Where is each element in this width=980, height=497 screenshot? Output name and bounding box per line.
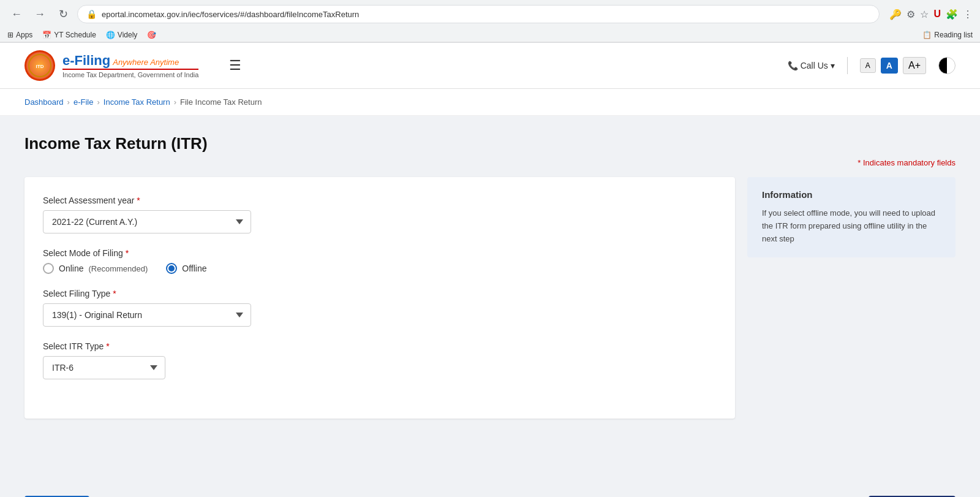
mode-required: * bbox=[126, 248, 129, 258]
logo-area: ITD e-Filing Anywhere Anytime Income Tax… bbox=[24, 50, 198, 81]
call-us-label: Call Us bbox=[801, 61, 828, 70]
reading-list-button[interactable]: 📋 Reading list bbox=[922, 31, 973, 39]
bookmark-videly[interactable]: 🌐 Videly bbox=[106, 31, 137, 39]
refresh-button[interactable]: ↻ bbox=[54, 5, 72, 23]
breadcrumb-current: File Income Tax Return bbox=[180, 97, 262, 107]
star-icon[interactable]: ☆ bbox=[920, 9, 929, 20]
back-button[interactable]: ← bbox=[7, 5, 26, 23]
mode-radio-group: Online (Recommended) Offline bbox=[43, 263, 717, 274]
assessment-year-select[interactable]: 2021-22 (Current A.Y.) 2020-21 2019-20 bbox=[43, 210, 251, 233]
itr-type-group: Select ITR Type * ITR-1 ITR-2 ITR-3 ITR-… bbox=[43, 341, 717, 379]
info-title: Information bbox=[762, 189, 941, 200]
apps-grid-icon: ⊞ bbox=[7, 31, 13, 39]
text-size-decrease-button[interactable]: A bbox=[860, 58, 876, 73]
content-grid: Select Assessment year * 2021-22 (Curren… bbox=[24, 177, 956, 419]
apps-label: Apps bbox=[16, 31, 32, 39]
mode-offline-radio[interactable]: Offline bbox=[166, 263, 206, 274]
online-note: (Recommended) bbox=[88, 264, 148, 273]
divider bbox=[847, 57, 848, 74]
address-bar[interactable]: 🔒 eportal.incometax.gov.in/iec/foservice… bbox=[77, 5, 880, 23]
breadcrumb-sep-3: › bbox=[174, 97, 176, 107]
bookmark-yt-schedule[interactable]: 📅 YT Schedule bbox=[42, 31, 96, 39]
logo-efiling: e-Filing bbox=[62, 53, 110, 69]
info-text: If you select offline mode, you will nee… bbox=[762, 207, 941, 245]
assessment-year-required: * bbox=[137, 195, 140, 205]
mode-of-filing-group: Select Mode of Filing * Online (Recommen… bbox=[43, 248, 717, 274]
itr-type-required: * bbox=[106, 341, 109, 351]
breadcrumb-sep-1: › bbox=[67, 97, 70, 107]
filing-type-required: * bbox=[113, 289, 116, 298]
mandatory-asterisk: * bbox=[858, 158, 861, 167]
puzzle-icon[interactable]: 🧩 bbox=[946, 9, 958, 20]
contrast-toggle-button[interactable] bbox=[938, 57, 956, 74]
header-right: Call Us ▾ A A A+ bbox=[788, 57, 956, 74]
key-icon: 🔑 bbox=[889, 9, 902, 20]
page-title: Income Tax Return (ITR) bbox=[24, 134, 956, 153]
videly-label: Videly bbox=[118, 31, 137, 39]
breadcrumb-efile[interactable]: e-File bbox=[74, 97, 94, 107]
mode-of-filing-label: Select Mode of Filing * bbox=[43, 248, 717, 258]
bookmark-apps[interactable]: ⊞ Apps bbox=[7, 31, 32, 39]
text-size-increase-button[interactable]: A+ bbox=[903, 57, 926, 74]
logo-text: e-Filing Anywhere Anytime Income Tax Dep… bbox=[62, 53, 198, 78]
hamburger-menu[interactable]: ☰ bbox=[229, 58, 241, 74]
info-panel: Information If you select offline mode, … bbox=[747, 177, 956, 257]
reading-list-label: Reading list bbox=[934, 31, 973, 39]
reading-list-icon: 📋 bbox=[922, 31, 932, 39]
forward-button[interactable]: → bbox=[31, 5, 49, 23]
mode-online-radio[interactable]: Online (Recommended) bbox=[43, 263, 148, 274]
chevron-down-icon: ▾ bbox=[831, 61, 835, 70]
online-radio-circle bbox=[43, 263, 54, 274]
bookmarks-bar: ⊞ Apps 📅 YT Schedule 🌐 Videly 🎯 📋 Readin… bbox=[0, 28, 980, 42]
breadcrumb-sep-2: › bbox=[97, 97, 99, 107]
online-label: Online bbox=[59, 264, 83, 273]
assessment-year-label: Select Assessment year * bbox=[43, 195, 717, 205]
url-text: eportal.incometax.gov.in/iec/foservices/… bbox=[102, 10, 359, 19]
mandatory-text: Indicates mandatory fields bbox=[863, 158, 956, 167]
breadcrumb: Dashboard › e-File › Income Tax Return ›… bbox=[0, 89, 980, 116]
browser-ext-icon[interactable]: ⚙ bbox=[907, 9, 915, 20]
site-header: ITD e-Filing Anywhere Anytime Income Tax… bbox=[0, 43, 980, 89]
text-size-normal-button[interactable]: A bbox=[881, 58, 898, 74]
filing-type-select[interactable]: 139(1) - Original Return 139(5) - Revise… bbox=[43, 303, 251, 327]
profile-icon[interactable]: U bbox=[933, 9, 941, 20]
menu-dots[interactable]: ⋮ bbox=[963, 9, 973, 20]
mandatory-note: * Indicates mandatory fields bbox=[24, 158, 956, 167]
logo-tagline: Anywhere Anytime bbox=[113, 58, 179, 67]
bookmark-extra[interactable]: 🎯 bbox=[147, 31, 156, 39]
breadcrumb-dashboard[interactable]: Dashboard bbox=[24, 97, 64, 107]
extra-icon: 🎯 bbox=[147, 31, 156, 39]
videly-icon: 🌐 bbox=[106, 31, 115, 39]
text-size-controls: A A A+ bbox=[860, 57, 926, 74]
call-us-button[interactable]: Call Us ▾ bbox=[788, 61, 835, 70]
yt-schedule-label: YT Schedule bbox=[54, 31, 96, 39]
logo-dept: Income Tax Department, Government of Ind… bbox=[62, 69, 198, 78]
form-card: Select Assessment year * 2021-22 (Curren… bbox=[24, 177, 735, 419]
itr-type-label: Select ITR Type * bbox=[43, 341, 717, 351]
assessment-year-group: Select Assessment year * 2021-22 (Curren… bbox=[43, 195, 717, 233]
filing-type-label: Select Filing Type * bbox=[43, 289, 717, 298]
svg-text:ITD: ITD bbox=[36, 64, 44, 69]
itr-type-select[interactable]: ITR-1 ITR-2 ITR-3 ITR-4 ITR-5 ITR-6 ITR-… bbox=[43, 356, 165, 379]
filing-type-group: Select Filing Type * 139(1) - Original R… bbox=[43, 289, 717, 327]
offline-label: Offline bbox=[182, 264, 206, 273]
logo-emblem: ITD bbox=[24, 50, 55, 81]
page-body: Income Tax Return (ITR) * Indicates mand… bbox=[0, 116, 980, 484]
yt-schedule-icon: 📅 bbox=[42, 31, 51, 39]
breadcrumb-itr[interactable]: Income Tax Return bbox=[104, 97, 170, 107]
lock-icon: 🔒 bbox=[86, 9, 97, 19]
bottom-actions: ‹ Back Continue › bbox=[0, 484, 980, 497]
offline-radio-circle bbox=[166, 263, 177, 274]
